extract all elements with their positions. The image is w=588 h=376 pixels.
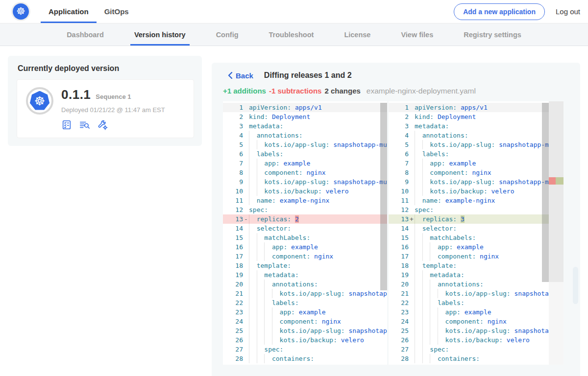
indent-guide bbox=[415, 289, 415, 298]
indent-guide bbox=[415, 354, 415, 363]
yaml-value: example bbox=[457, 243, 484, 251]
code-line: 23 app: example bbox=[389, 307, 564, 317]
yaml-key: selector: bbox=[415, 225, 457, 232]
diff-marker bbox=[409, 149, 415, 159]
indent-guide bbox=[249, 289, 249, 298]
wheel-glyph: ☸ bbox=[16, 6, 25, 17]
diff-marker bbox=[243, 168, 249, 177]
diff-marker bbox=[409, 326, 415, 335]
yaml-key: app: bbox=[249, 243, 287, 251]
indent-guide bbox=[272, 335, 272, 345]
indent-guide bbox=[438, 326, 438, 335]
indent-guide bbox=[422, 307, 423, 317]
code-line: 9 kots.io/app-slug: snapshotapp-mu bbox=[389, 177, 564, 187]
sub-tab-config[interactable]: Config bbox=[215, 24, 240, 46]
code-line: 24 component: nginx bbox=[389, 317, 564, 326]
sub-tab-view-files[interactable]: View files bbox=[400, 24, 434, 46]
sub-tab-version-history[interactable]: Version history bbox=[133, 24, 187, 46]
indent-guide bbox=[422, 289, 423, 298]
scrollbar-thumb[interactable] bbox=[542, 103, 549, 282]
line-number: 7 bbox=[389, 159, 409, 168]
indent-guide bbox=[257, 270, 257, 280]
back-link[interactable]: Back bbox=[228, 71, 253, 80]
code-line: 20 annotations: bbox=[223, 280, 387, 289]
indent-guide bbox=[430, 289, 430, 298]
indent-guide bbox=[257, 140, 257, 149]
code-line: 8 component: nginx bbox=[223, 168, 387, 177]
indent-guide bbox=[249, 354, 249, 363]
indent-guide bbox=[257, 326, 257, 335]
yaml-value: velero bbox=[326, 188, 349, 195]
sub-tab-registry-settings[interactable]: Registry settings bbox=[463, 24, 522, 46]
diff-marker bbox=[409, 224, 415, 233]
indent-guide bbox=[415, 280, 415, 289]
code-left: 1apiVersion: apps/v12kind: Deployment3me… bbox=[223, 101, 387, 363]
deployed-timestamp: Deployed 01/21/22 @ 11:47 am EST bbox=[61, 106, 165, 114]
sub-tab-dashboard[interactable]: Dashboard bbox=[66, 24, 105, 46]
code-right: 1apiVersion: apps/v12kind: Deployment3me… bbox=[389, 101, 564, 363]
indent-guide bbox=[422, 177, 423, 187]
yaml-value: nginx bbox=[314, 253, 333, 260]
indent-guide bbox=[438, 289, 438, 298]
code-text: kind: Deployment bbox=[249, 112, 387, 121]
code-line: 12spec: bbox=[389, 205, 564, 214]
indent-guide bbox=[249, 335, 249, 345]
code-text: kots.io/backup: velero bbox=[415, 335, 564, 345]
indent-guide bbox=[422, 252, 423, 261]
code-text: kind: Deployment bbox=[415, 112, 564, 121]
code-line: 17 component: nginx bbox=[223, 252, 387, 261]
indent-guide bbox=[257, 345, 257, 354]
diff-marker bbox=[243, 112, 249, 121]
yaml-key: template: bbox=[249, 262, 291, 269]
code-line: 27 spec: bbox=[389, 345, 564, 354]
indent-guide bbox=[415, 187, 415, 196]
code-line: 23 app: example bbox=[223, 307, 387, 317]
yaml-value: velero bbox=[491, 188, 514, 195]
line-number: 2 bbox=[223, 112, 243, 121]
add-application-button[interactable]: Add a new application bbox=[454, 3, 545, 20]
code-text: kots.io/app-slug: snapshotapp-mu bbox=[415, 140, 564, 149]
logout-link[interactable]: Log out bbox=[556, 7, 580, 16]
indent-guide bbox=[430, 317, 430, 326]
kubernetes-logo-icon: ☸ bbox=[13, 3, 29, 20]
indent-guide bbox=[415, 335, 415, 345]
indent-guide bbox=[249, 140, 249, 149]
edit-config-icon[interactable] bbox=[97, 119, 108, 130]
code-line: 7 app: example bbox=[389, 159, 564, 168]
line-number: 16 bbox=[223, 242, 243, 252]
indent-guide bbox=[422, 280, 423, 289]
deploy-logs-icon[interactable] bbox=[79, 119, 90, 130]
diff-editor-left[interactable]: 1apiVersion: apps/v12kind: Deployment3me… bbox=[223, 101, 387, 365]
overview-ruler[interactable] bbox=[549, 101, 564, 365]
chevron-left-icon bbox=[228, 72, 232, 79]
indent-guide bbox=[249, 187, 249, 196]
page-scrollbar[interactable] bbox=[573, 267, 578, 304]
code-line: 2kind: Deployment bbox=[223, 112, 387, 121]
version-info: 0.1.1 Sequence 1 Deployed 01/21/22 @ 11:… bbox=[61, 87, 165, 130]
indent-guide bbox=[264, 252, 265, 261]
code-text: template: bbox=[415, 261, 564, 270]
indent-guide bbox=[415, 317, 415, 326]
diff-marker bbox=[409, 354, 415, 363]
code-line: 5 kots.io/app-slug: snapshotapp-mu bbox=[389, 140, 564, 149]
diff-editor-right[interactable]: 1apiVersion: apps/v12kind: Deployment3me… bbox=[389, 101, 564, 365]
yaml-value: snapshotap bbox=[349, 327, 387, 334]
yaml-key: spec: bbox=[415, 206, 434, 213]
line-number: 26 bbox=[389, 335, 409, 345]
line-number: 22 bbox=[223, 298, 243, 307]
line-number: 20 bbox=[389, 280, 409, 289]
scrollbar-thumb[interactable] bbox=[380, 103, 387, 290]
sub-tab-troubleshoot[interactable]: Troubleshoot bbox=[268, 24, 315, 46]
top-tab-application[interactable]: Application bbox=[41, 0, 97, 23]
preflight-checks-icon[interactable] bbox=[61, 119, 72, 130]
indent-guide bbox=[415, 168, 415, 177]
diff-marker bbox=[409, 335, 415, 345]
indent-guide bbox=[249, 131, 249, 140]
sub-tab-license[interactable]: License bbox=[343, 24, 371, 46]
top-tab-gitops[interactable]: GitOps bbox=[97, 0, 137, 23]
code-line: 19 metadata: bbox=[223, 270, 387, 280]
yaml-key: kots.io/backup: bbox=[415, 188, 488, 195]
app-logo: ☸ bbox=[13, 3, 29, 20]
diff-marker bbox=[243, 298, 249, 307]
yaml-key: apiVersion: bbox=[415, 104, 457, 111]
